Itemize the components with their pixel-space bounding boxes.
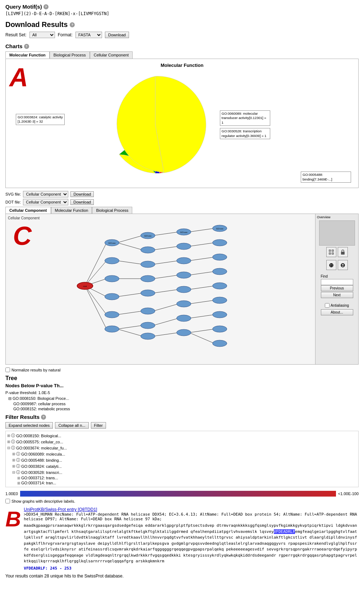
ftree-item-5488: ⊞ ⓘ GO:0005488: binding...: [7, 457, 357, 463]
seq-highlight-vfdeadrlf: VFDEADRLF: [274, 529, 295, 534]
antialiasing-checkbox[interactable]: [325, 303, 330, 308]
ftree-label-5575: GO:0005575: cellular_co...: [16, 440, 63, 444]
zoom-controls: [326, 247, 348, 257]
result-set-select[interactable]: All Selected: [29, 32, 55, 38]
ftree-label-60089: GO:0060089: molecula...: [21, 452, 65, 456]
dot-file-select[interactable]: Cellular Component Molecular Function Bi…: [23, 199, 68, 205]
svg-file-select[interactable]: Cellular Component Molecular Function Bi…: [23, 191, 68, 197]
filter-results-help-icon[interactable]: ?: [41, 415, 46, 420]
ftree-toggle-5575[interactable]: ⊞: [7, 440, 10, 444]
svg-point-63: [213, 340, 227, 347]
svg-rect-69: [332, 250, 333, 251]
decorative-letter-a: A: [9, 63, 28, 92]
svg-line-8: [118, 261, 143, 264]
collapse-nodes-btn[interactable]: Collapse all n...: [55, 422, 88, 429]
find-section: Find Previous Next: [319, 273, 355, 300]
seq-footer-motif: VFDEADRLF:: [24, 566, 47, 571]
svg-line-25: [189, 271, 215, 275]
filter-results-section: Filter Results ? Expand selected nodes C…: [5, 414, 359, 503]
svg-line-24: [189, 257, 215, 261]
ftree-item-3714: ⊞ GO:0003714: tran...: [7, 480, 357, 485]
download-results-help-icon[interactable]: ?: [70, 22, 75, 27]
pie-chart-container: A Molecular Function GO:0003824: catalyt…: [5, 59, 359, 188]
tab-cellular-component[interactable]: Cellular Component: [90, 51, 133, 59]
query-motif-help-icon[interactable]: ?: [43, 4, 49, 9]
pvalue-bar: [20, 491, 336, 497]
svg-line-26: [189, 286, 215, 289]
filter-apply-btn[interactable]: Filter: [91, 422, 106, 429]
svg-point-40: [141, 247, 155, 253]
svg-file-label: SVG file:: [5, 192, 21, 196]
svg-text:GO:xxx: GO:xxx: [180, 231, 187, 233]
svg-point-34: [105, 257, 119, 264]
svg-line-23: [189, 243, 215, 246]
svg-rect-71: [332, 253, 333, 254]
svg-text:root: root: [83, 285, 87, 287]
ftree-toggle-3714[interactable]: ⊞: [17, 481, 20, 485]
footer-text: Your results contain 28 unique hits to t…: [5, 574, 359, 579]
charts-help-icon[interactable]: ?: [24, 44, 29, 49]
ftree-toggle-8150[interactable]: ⊞: [7, 434, 10, 438]
network-tab-biological[interactable]: Biological Process: [92, 207, 132, 214]
ftree-item-3824: ⊞ ⓘ GO:0003824: catalyti...: [7, 463, 357, 469]
tab-biological-process[interactable]: Biological Process: [50, 51, 90, 59]
network-tab-molecular[interactable]: Molecular Function: [51, 207, 92, 214]
about-btn[interactable]: About...: [321, 309, 353, 315]
svg-point-60: [213, 297, 227, 303]
svg-point-41: [141, 261, 155, 268]
ftree-label-3824: GO:0003824: catalyti...: [21, 464, 62, 469]
find-input[interactable]: [321, 279, 353, 285]
info-icon-3674: ⓘ: [11, 445, 15, 451]
chart-title: Molecular Function: [9, 63, 355, 68]
network-tab-bar: Cellular Component Molecular Function Bi…: [5, 207, 359, 214]
download-controls-row: Result Set: All Selected Format: FASTA G…: [5, 32, 359, 38]
download-results-section: Download Results ? Result Set: All Selec…: [5, 20, 359, 38]
fit-zoom-btn[interactable]: [326, 247, 336, 257]
zoom-in-btn[interactable]: ⊕: [326, 260, 336, 270]
previous-btn[interactable]: Previous: [321, 285, 353, 291]
tree-node-8152: GO:0008152: metabolic process: [8, 407, 359, 411]
motif-sequence: [LIVMF](2)-D-E-A-D-[RKEN]-x-[LIVMFYGSTN]: [5, 11, 359, 16]
svg-point-54: [177, 329, 191, 336]
show-graphs-checkbox[interactable]: [5, 499, 10, 503]
svg-download-btn[interactable]: Download: [70, 191, 94, 197]
svg-point-51: [177, 286, 191, 293]
ftree-item-5575: ⊞ ⓘ GO:0005575: cellular_co...: [7, 439, 357, 445]
ftree-toggle-60089[interactable]: ⊞: [12, 452, 15, 456]
legend-transducer: GO:0060089: moleculartransducer activity…: [220, 110, 270, 126]
svg-line-11: [118, 311, 143, 315]
normalize-checkbox[interactable]: [5, 367, 10, 372]
lock-btn[interactable]: [338, 247, 348, 257]
svg-line-28: [189, 315, 215, 318]
svg-line-6: [118, 236, 143, 243]
find-label: Find: [321, 274, 353, 278]
svg-line-17: [153, 275, 179, 279]
ftree-toggle-30528[interactable]: ⊟: [12, 470, 15, 474]
ftree-toggle-3712[interactable]: ⊞: [17, 476, 20, 480]
svg-point-58: [213, 268, 227, 275]
overview-label: Overview: [317, 215, 331, 219]
ftree-toggle-3674[interactable]: ⊟: [7, 446, 10, 450]
network-tab-cellular[interactable]: Cellular Component: [5, 207, 51, 214]
ftree-item-60089: ⊞ ⓘ GO:0060089: molecula...: [7, 451, 357, 457]
svg-line-18: [153, 289, 179, 293]
uniprot-link[interactable]: UniProtKB/Swiss-Prot entry [Q8TDD1]: [24, 507, 97, 512]
next-btn[interactable]: Next: [321, 292, 353, 298]
svg-line-19: [153, 304, 179, 311]
expand-nodes-btn[interactable]: Expand selected nodes: [5, 422, 53, 429]
format-select[interactable]: FASTA GenBank PIR: [75, 32, 102, 38]
download-button[interactable]: Download: [105, 32, 129, 38]
ftree-toggle-3824[interactable]: ⊞: [12, 464, 15, 468]
ftree-toggle-5488[interactable]: ⊞: [12, 458, 15, 462]
svg-point-36: [105, 293, 119, 300]
zoom-out-btn[interactable]: ⊖: [338, 260, 348, 270]
tab-molecular-function[interactable]: Molecular Function: [5, 51, 50, 59]
tree-node-9987: GO:0009987: cellular process: [8, 402, 359, 406]
zoom-in-out: ⊕ ⊖: [326, 260, 348, 270]
dot-download-btn[interactable]: Download: [70, 199, 94, 205]
ftree-label-5488: GO:0005488: binding...: [21, 458, 62, 462]
svg-line-21: [153, 333, 179, 336]
ftree-item-3674: ⊟ ⓘ GO:0003674: molecular_fu...: [7, 445, 357, 451]
svg-line-27: [189, 300, 215, 304]
svg-point-42: [141, 275, 155, 282]
